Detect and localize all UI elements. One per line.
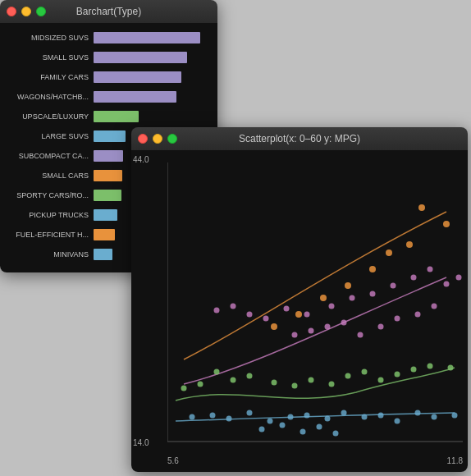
y-axis-max-label: 44.0 (133, 155, 149, 164)
svg-point-33 (432, 304, 437, 309)
bar-fill (94, 209, 117, 221)
scatter-titlebar: Scatterplot(x: 0–60 y: MPG) (131, 127, 468, 150)
svg-point-56 (304, 413, 310, 419)
bar-track (94, 91, 213, 103)
bar-track (94, 111, 213, 122)
svg-point-42 (329, 382, 335, 387)
svg-point-37 (231, 378, 236, 383)
bar-label: PICKUP TRUCKS (3, 211, 94, 219)
svg-point-54 (268, 419, 273, 424)
svg-point-46 (395, 372, 400, 378)
bar-label: FAMILY CARS (3, 73, 94, 81)
svg-point-2 (418, 204, 425, 211)
svg-point-68 (317, 424, 322, 430)
y-axis-min-label: 14.0 (133, 438, 149, 447)
bar-row: FAMILY CARS (3, 69, 213, 85)
svg-point-29 (358, 332, 364, 338)
bar-track (94, 52, 213, 63)
svg-point-60 (378, 413, 384, 419)
bar-fill (94, 32, 200, 43)
bar-track (94, 71, 213, 83)
svg-point-17 (329, 304, 335, 309)
svg-point-14 (263, 316, 269, 322)
bar-fill (94, 130, 126, 142)
svg-point-23 (444, 281, 450, 287)
svg-point-20 (391, 283, 396, 289)
svg-point-6 (369, 266, 376, 272)
svg-point-51 (210, 413, 216, 419)
svg-point-40 (292, 383, 298, 389)
svg-point-38 (247, 373, 253, 379)
svg-point-24 (456, 275, 462, 281)
bar-label: SUBCOMPACT CA... (3, 152, 94, 160)
svg-point-28 (341, 320, 347, 326)
bar-fill (94, 249, 112, 260)
svg-point-61 (395, 419, 400, 424)
x-axis-min-label: 5.6 (167, 456, 179, 465)
svg-point-58 (341, 410, 347, 416)
svg-point-13 (247, 312, 253, 318)
svg-point-43 (345, 373, 351, 379)
svg-point-41 (309, 378, 314, 383)
svg-point-45 (378, 378, 384, 383)
bar-row: MIDSIZED SUVS (3, 30, 213, 46)
svg-point-16 (304, 312, 310, 318)
bar-label: UPSCALE/LUXURY (3, 112, 94, 121)
svg-point-11 (214, 308, 220, 314)
svg-point-57 (325, 416, 331, 422)
scatter-window: Scatterplot(x: 0–60 y: MPG) 44.0 14.0 5.… (131, 127, 468, 472)
bar-fill (94, 91, 176, 103)
bar-track (94, 32, 213, 43)
bar-fill (94, 170, 122, 181)
x-axis-max-label: 11.8 (447, 456, 463, 465)
bar-label: FUEL-EFFICIENT H... (3, 231, 94, 239)
svg-point-53 (247, 410, 253, 416)
bar-label: SPORTY CARS/RO... (3, 191, 94, 199)
svg-point-55 (288, 414, 294, 420)
bar-row: UPSCALE/LUXURY (3, 108, 213, 125)
svg-point-47 (411, 367, 417, 373)
barchart-titlebar: Barchart(Type) (0, 0, 217, 23)
svg-point-35 (198, 382, 203, 387)
bar-fill (94, 190, 121, 201)
svg-point-67 (300, 429, 306, 435)
svg-point-8 (320, 295, 327, 301)
bar-fill (94, 111, 139, 122)
svg-point-44 (362, 369, 368, 375)
svg-point-12 (231, 304, 236, 309)
bar-fill (94, 71, 181, 83)
bar-label: LARGE SUVS (3, 132, 94, 140)
svg-point-48 (428, 364, 433, 369)
svg-point-52 (226, 416, 232, 422)
bar-label: SMALL SUVS (3, 53, 94, 62)
svg-point-10 (271, 323, 277, 330)
svg-point-39 (272, 380, 277, 386)
svg-point-22 (428, 267, 433, 272)
svg-point-30 (378, 324, 384, 330)
svg-point-7 (345, 282, 351, 289)
svg-point-65 (259, 427, 265, 433)
svg-point-36 (214, 369, 220, 375)
scatter-title: Scatterplot(x: 0–60 y: MPG) (138, 133, 461, 144)
svg-point-63 (432, 414, 437, 420)
svg-point-66 (280, 423, 286, 428)
bar-label: MIDSIZED SUVS (3, 34, 94, 42)
scatter-body: 44.0 14.0 5.6 11.8 (131, 150, 468, 472)
svg-point-50 (190, 414, 195, 420)
svg-point-21 (411, 275, 417, 281)
svg-point-3 (443, 221, 450, 227)
svg-point-15 (284, 306, 290, 312)
bar-fill (94, 150, 123, 162)
svg-point-32 (415, 312, 421, 318)
bar-row: WAGONS/HATCHB... (3, 89, 213, 105)
svg-point-5 (386, 249, 392, 256)
svg-point-59 (362, 414, 368, 420)
barchart-title: Barchart(Type) (7, 6, 211, 17)
svg-point-49 (448, 365, 454, 371)
svg-point-34 (181, 386, 187, 391)
bar-row: SMALL SUVS (3, 49, 213, 66)
svg-point-69 (333, 431, 339, 437)
bar-label: WAGONS/HATCHB... (3, 93, 94, 101)
svg-point-18 (350, 295, 355, 301)
bar-label: SMALL CARS (3, 172, 94, 180)
